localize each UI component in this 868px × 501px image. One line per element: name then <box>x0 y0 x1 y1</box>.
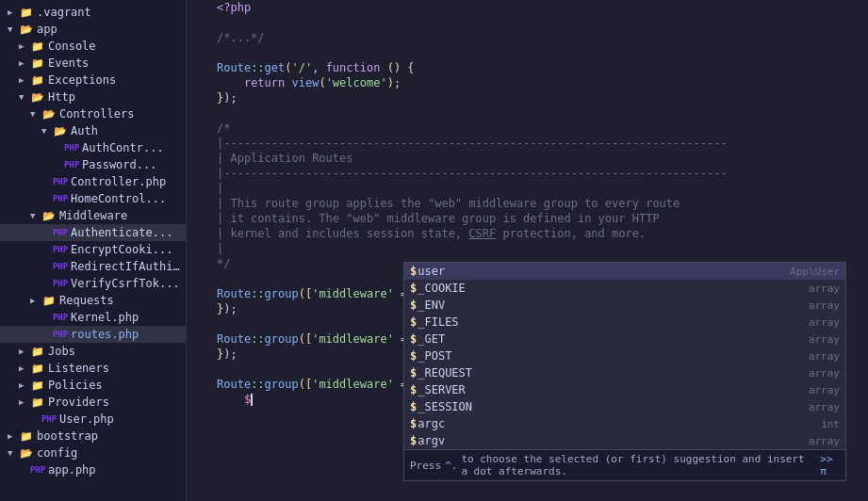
sidebar-item-exceptions[interactable]: 📁 Exceptions <box>0 72 186 89</box>
autocomplete-item-get[interactable]: $ _GET array <box>404 331 845 347</box>
ac-item-type: array <box>809 367 840 380</box>
arrow-icon <box>19 75 30 85</box>
hint-arrow: >> π <box>820 453 840 477</box>
sidebar-item-userphp[interactable]: User.php <box>0 411 186 428</box>
code-line: | it contains. The "web" middleware grou… <box>187 211 868 226</box>
sidebar-item-bootstrap[interactable]: 📁 bootstrap <box>0 428 186 444</box>
sidebar-item-label: Console <box>48 40 96 53</box>
sidebar-item-vagrant[interactable]: 📁 .vagrant <box>0 4 186 21</box>
dollar-sign: $ <box>410 282 417 295</box>
sidebar-item-homecontrol[interactable]: HomeControl... <box>0 190 186 207</box>
sidebar-item-jobs[interactable]: 📁 Jobs <box>0 343 186 360</box>
arrow-icon <box>8 431 19 441</box>
dollar-sign: $ <box>410 349 417 363</box>
sidebar-item-auth[interactable]: 📂 Auth <box>0 122 186 139</box>
code-line: | kernel and includes session state, CSR… <box>187 226 868 241</box>
sidebar-item-label: HomeControl... <box>71 192 166 205</box>
ac-item-name: _COOKIE <box>418 282 801 295</box>
sidebar-item-label: AuthContr... <box>82 141 164 154</box>
php-file-icon <box>53 259 68 274</box>
sidebar-item-controllers[interactable]: 📂 Controllers <box>0 105 186 122</box>
autocomplete-item-argv[interactable]: $ argv array <box>404 432 845 449</box>
autocomplete-item-user[interactable]: $ user App\User <box>404 263 845 280</box>
folder-icon: 📁 <box>30 56 45 71</box>
sidebar-item-label: Exceptions <box>48 73 116 87</box>
arrow-icon <box>8 24 19 34</box>
sidebar-item-middleware[interactable]: 📂 Middleware <box>0 207 186 224</box>
dollar-sign: $ <box>410 265 417 278</box>
sidebar-item-appphp[interactable]: app.php <box>0 461 186 478</box>
autocomplete-dropdown: $ user App\User $ _COOKIE array $ _ENV a… <box>403 262 846 481</box>
code-line <box>187 105 868 121</box>
arrow-icon <box>30 211 41 220</box>
sidebar-item-kernelphp[interactable]: Kernel.php <box>0 309 186 326</box>
folder-icon: 📁 <box>30 73 45 88</box>
arrow-icon <box>19 92 30 102</box>
sidebar-item-policies[interactable]: 📁 Policies <box>0 377 186 394</box>
php-file-icon <box>53 242 68 257</box>
sidebar-item-label: Http <box>48 90 75 104</box>
autocomplete-item-session[interactable]: $ _SESSION array <box>404 398 845 415</box>
sidebar-item-authcontr[interactable]: AuthContr... <box>0 139 186 156</box>
sidebar-item-listeners[interactable]: 📁 Listeners <box>0 360 186 377</box>
sidebar-item-password[interactable]: Password... <box>0 156 186 173</box>
autocomplete-item-request[interactable]: $ _REQUEST array <box>404 364 845 381</box>
folder-open-icon: 📂 <box>19 445 34 461</box>
sidebar-item-label: RedirectIfAuthi... <box>71 260 186 273</box>
sidebar-item-authenticate[interactable]: Authenticate... <box>0 224 186 241</box>
sidebar-item-label: User.php <box>59 412 114 426</box>
code-line: |---------------------------------------… <box>187 136 868 151</box>
sidebar-item-encryptcooki[interactable]: EncryptCooki... <box>0 241 186 258</box>
dollar-sign: $ <box>410 315 417 329</box>
folder-icon: 📁 <box>30 378 45 393</box>
sidebar-item-label: EncryptCooki... <box>71 243 172 256</box>
dollar-sign: $ <box>410 417 417 430</box>
sidebar-item-label: VerifyCsrfTok... <box>71 277 180 290</box>
dollar-sign: $ <box>410 299 417 312</box>
arrow-icon <box>19 58 30 68</box>
autocomplete-item-post[interactable]: $ _POST array <box>404 347 845 364</box>
ac-item-type: array <box>809 384 840 396</box>
sidebar-item-http[interactable]: 📂 Http <box>0 89 186 105</box>
arrow-icon <box>30 109 41 119</box>
folder-open-icon: 📂 <box>53 123 68 138</box>
ac-item-name: _GET <box>418 332 801 346</box>
autocomplete-item-argc[interactable]: $ argc int <box>404 415 845 432</box>
hint-text2: to choose the selected (or first) sugges… <box>461 453 816 477</box>
code-content[interactable]: <?php /*...*/ Route::get('/', function (… <box>187 0 868 501</box>
sidebar-item-events[interactable]: 📁 Events <box>0 55 186 72</box>
sidebar-item-label: app.php <box>48 463 96 477</box>
code-line: | Application Routes <box>187 151 868 166</box>
folder-open-icon: 📂 <box>19 22 34 37</box>
arrow-icon <box>19 347 30 356</box>
sidebar-item-label: Policies <box>48 379 103 392</box>
sidebar-item-label: Providers <box>48 396 109 409</box>
autocomplete-item-cookie[interactable]: $ _COOKIE array <box>404 280 845 297</box>
autocomplete-item-env[interactable]: $ _ENV array <box>404 297 845 314</box>
code-line: /* <box>187 121 868 136</box>
php-file-icon <box>41 412 57 427</box>
sidebar-item-verifycsrftok[interactable]: VerifyCsrfTok... <box>0 275 186 292</box>
sidebar-item-label: Requests <box>59 294 114 307</box>
sidebar-item-controllerphp[interactable]: Controller.php <box>0 173 186 190</box>
autocomplete-item-files[interactable]: $ _FILES array <box>404 314 845 331</box>
sidebar-item-label: bootstrap <box>37 429 98 443</box>
arrow-icon <box>19 41 30 51</box>
folder-icon: 📁 <box>19 5 34 20</box>
sidebar-item-config[interactable]: 📂 config <box>0 444 186 461</box>
sidebar-item-label: Controller.php <box>71 175 166 188</box>
ac-item-name: _REQUEST <box>418 366 801 380</box>
folder-icon: 📁 <box>19 428 34 444</box>
sidebar-item-routesphp[interactable]: routes.php <box>0 326 186 343</box>
sidebar-item-app[interactable]: 📂 app <box>0 21 186 38</box>
sidebar-item-console[interactable]: 📁 Console <box>0 38 186 55</box>
sidebar-item-requests[interactable]: 📁 Requests <box>0 292 186 309</box>
sidebar-item-label: app <box>37 23 57 36</box>
sidebar-item-providers[interactable]: 📁 Providers <box>0 394 186 411</box>
ac-item-type: array <box>809 401 840 413</box>
ac-item-type: array <box>809 316 840 329</box>
sidebar-item-redirectifauthi[interactable]: RedirectIfAuthi... <box>0 258 186 275</box>
autocomplete-item-server[interactable]: $ _SERVER array <box>404 381 845 398</box>
arrow-icon <box>8 448 19 458</box>
sidebar-item-label: Auth <box>71 124 98 137</box>
